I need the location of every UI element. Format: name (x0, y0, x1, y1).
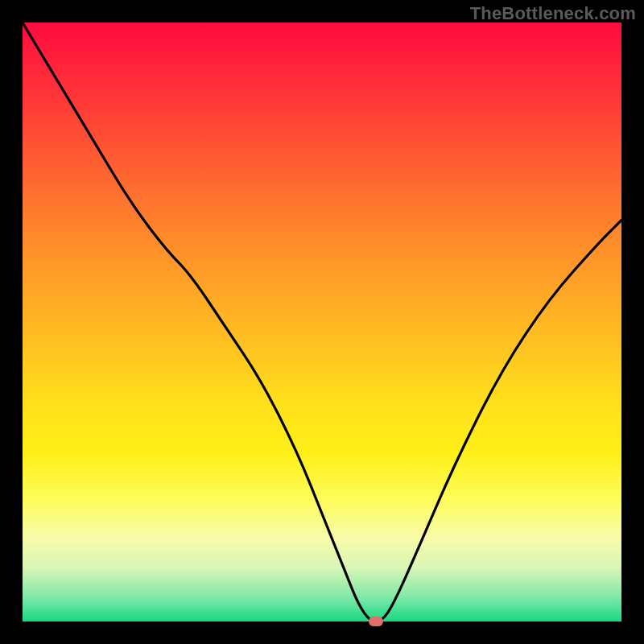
bottleneck-curve (23, 23, 621, 621)
chart-frame: TheBottleneck.com (0, 0, 644, 644)
optimal-point-marker (369, 617, 383, 626)
watermark-label: TheBottleneck.com (470, 3, 636, 24)
plot-area (23, 23, 621, 621)
curve-path (23, 23, 621, 621)
